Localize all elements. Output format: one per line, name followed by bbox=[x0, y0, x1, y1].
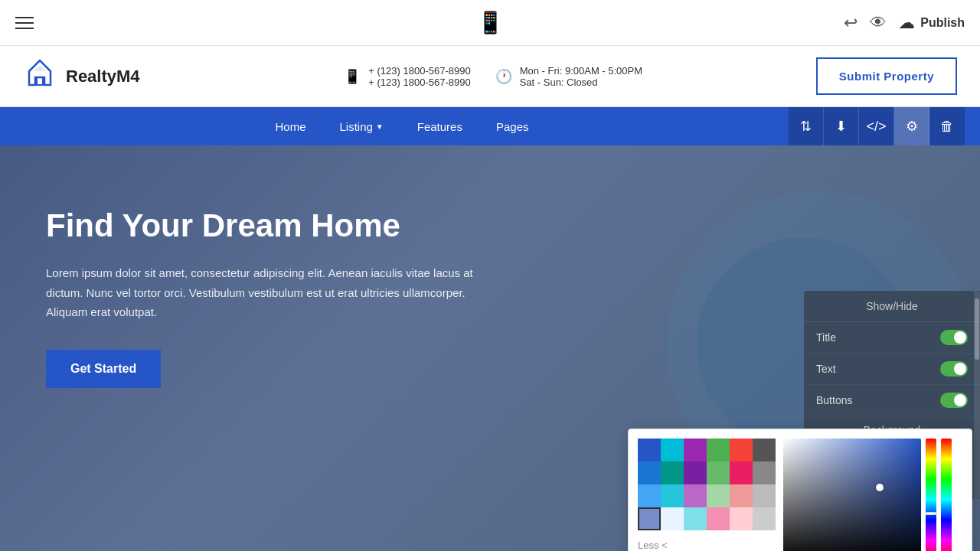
nav-pages[interactable]: Pages bbox=[479, 107, 546, 145]
hue-thumb bbox=[926, 512, 936, 515]
hamburger-icon[interactable] bbox=[15, 17, 34, 29]
swatch-blue2[interactable] bbox=[638, 461, 661, 484]
panel-buttons-label: Buttons bbox=[816, 394, 852, 406]
panel-scrollbar-thumb bbox=[975, 298, 979, 360]
hue-slider[interactable] bbox=[926, 439, 936, 551]
get-started-button[interactable]: Get Started bbox=[46, 350, 161, 388]
logo-area: RealtyM4 bbox=[23, 56, 140, 96]
phone-icon: 📱 bbox=[344, 68, 361, 85]
hero-section: Find Your Dream Home Lorem ipsum dolor s… bbox=[0, 145, 980, 551]
top-toolbar: 📱 ↩ 👁 ☁ Publish bbox=[0, 0, 980, 46]
less-button[interactable]: Less < bbox=[638, 536, 668, 551]
code-tool-btn[interactable]: </> bbox=[859, 107, 894, 145]
title-toggle[interactable] bbox=[940, 330, 968, 345]
nav-features[interactable]: Features bbox=[400, 107, 479, 145]
panel-title-row: Title bbox=[804, 322, 980, 354]
toolbar-left bbox=[15, 17, 34, 29]
gradient-box[interactable] bbox=[783, 439, 921, 551]
mobile-preview-icon[interactable]: 📱 bbox=[477, 11, 504, 34]
swatch-pink[interactable] bbox=[730, 461, 753, 484]
publish-button[interactable]: ☁ Publish bbox=[899, 14, 965, 32]
download-tool-btn[interactable]: ⬇ bbox=[824, 107, 859, 145]
color-picker-inner: Less < bbox=[638, 439, 962, 551]
phone-line1: + (123) 1800-567-8990 bbox=[368, 65, 470, 77]
panel-scrollbar[interactable] bbox=[974, 291, 980, 499]
swatch-lpink[interactable] bbox=[707, 507, 730, 530]
nav-listing[interactable]: Listing ▼ bbox=[323, 107, 400, 145]
nav-home[interactable]: Home bbox=[258, 107, 322, 145]
delete-tool-btn[interactable]: 🗑 bbox=[929, 107, 965, 145]
panel-title-label: Title bbox=[816, 331, 836, 344]
hours-contact: 🕐 Mon - Fri: 9:00AM - 5:00PM Sat - Sun: … bbox=[495, 65, 642, 88]
logo-icon bbox=[23, 56, 57, 96]
color-swatches: Less < bbox=[638, 439, 776, 551]
gradient-cursor bbox=[876, 484, 884, 491]
phone-line2: + (123) 1800-567-8990 bbox=[368, 77, 470, 88]
swatch-lime[interactable] bbox=[707, 484, 730, 507]
listing-dropdown-icon: ▼ bbox=[376, 122, 384, 131]
nav-bar: Home Listing ▼ Features Pages ⇅ ⬇ </> ⚙ … bbox=[0, 107, 980, 145]
swatch-lgreen[interactable] bbox=[707, 461, 730, 484]
hero-content: Find Your Dream Home Lorem ipsum dolor s… bbox=[0, 145, 521, 449]
swatch-lgray[interactable] bbox=[753, 484, 776, 507]
swatch-teal[interactable] bbox=[661, 461, 684, 484]
swatch-gray[interactable] bbox=[753, 461, 776, 484]
swatch-lblue[interactable] bbox=[638, 484, 661, 507]
contact-area: 📱 + (123) 1800-567-8990 + (123) 1800-567… bbox=[344, 65, 642, 88]
swatch-aqua[interactable] bbox=[661, 484, 684, 507]
spectrum-strip[interactable] bbox=[941, 439, 952, 551]
swatch-empty[interactable] bbox=[661, 507, 684, 530]
panel-buttons-row: Buttons bbox=[804, 385, 980, 416]
submit-property-button[interactable]: Submit Property bbox=[816, 57, 957, 95]
swatch-selected[interactable] bbox=[638, 507, 661, 530]
title-toggle-knob bbox=[954, 331, 966, 344]
logo-text: RealtyM4 bbox=[66, 67, 140, 86]
preview-icon[interactable]: 👁 bbox=[870, 13, 887, 33]
clock-icon: 🕐 bbox=[495, 68, 512, 85]
color-picker-popup: Less < bbox=[628, 429, 972, 551]
swatch-darkgray[interactable] bbox=[753, 439, 776, 461]
phone-contact: 📱 + (123) 1800-567-8990 + (123) 1800-567… bbox=[344, 65, 470, 88]
swatch-red[interactable] bbox=[730, 439, 753, 461]
site-header: RealtyM4 📱 + (123) 1800-567-8990 + (123)… bbox=[0, 46, 980, 107]
swatch-salmon[interactable] bbox=[730, 484, 753, 507]
text-toggle[interactable] bbox=[940, 361, 968, 377]
hours-line1: Mon - Fri: 9:00AM - 5:00PM bbox=[520, 65, 642, 77]
hours-line2: Sat - Sun: Closed bbox=[520, 77, 642, 88]
toolbar-center: 📱 bbox=[477, 10, 504, 35]
hero-text: Lorem ipsum dolor sit amet, consectetur … bbox=[46, 263, 475, 322]
swatch-tcyan[interactable] bbox=[684, 507, 707, 530]
cloud-upload-icon: ☁ bbox=[899, 14, 914, 32]
panel-text-row: Text bbox=[804, 354, 980, 385]
show-hide-title: Show/Hide bbox=[804, 291, 980, 322]
swatch-green[interactable] bbox=[707, 439, 730, 461]
svg-rect-0 bbox=[37, 77, 43, 85]
settings-tool-btn[interactable]: ⚙ bbox=[894, 107, 929, 145]
color-gradient-area bbox=[783, 439, 962, 551]
swatch-violet[interactable] bbox=[684, 461, 707, 484]
undo-icon[interactable]: ↩ bbox=[844, 13, 858, 33]
nav-listing-label: Listing bbox=[340, 120, 373, 133]
reorder-tool-btn[interactable]: ⇅ bbox=[789, 107, 824, 145]
publish-label: Publish bbox=[920, 16, 965, 30]
swatch-blue[interactable] bbox=[638, 439, 661, 461]
panel-text-label: Text bbox=[816, 363, 836, 375]
buttons-toggle-knob bbox=[954, 394, 966, 406]
nav-links: Home Listing ▼ Features Pages bbox=[15, 107, 789, 145]
swatch-lpurp[interactable] bbox=[684, 484, 707, 507]
swatch-lsalmon[interactable] bbox=[730, 507, 753, 530]
swatch-grid bbox=[638, 439, 776, 530]
swatch-vlgray[interactable] bbox=[753, 507, 776, 530]
text-toggle-knob bbox=[954, 363, 966, 375]
swatch-purple[interactable] bbox=[684, 439, 707, 461]
buttons-toggle[interactable] bbox=[940, 393, 968, 408]
toolbar-right: ↩ 👁 ☁ Publish bbox=[844, 13, 965, 33]
hero-title: Find Your Dream Home bbox=[46, 207, 475, 245]
swatch-cyan[interactable] bbox=[661, 439, 684, 461]
nav-tools: ⇅ ⬇ </> ⚙ 🗑 bbox=[789, 107, 965, 145]
